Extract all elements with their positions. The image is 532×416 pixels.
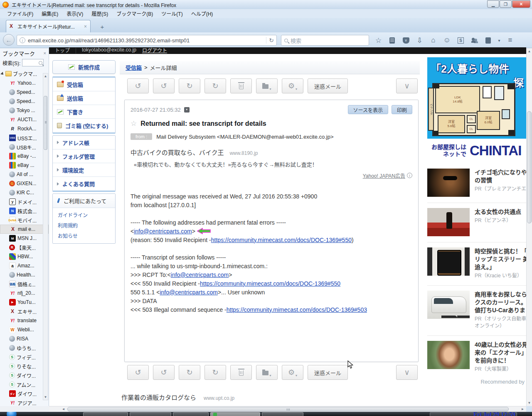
bookmark-item[interactable]: Health...	[0, 270, 49, 279]
delete-button[interactable]	[230, 78, 252, 93]
bookmark-item[interactable]: HBW...	[0, 252, 49, 261]
logout-link[interactable]: ログアウト	[142, 47, 167, 54]
scroll-right-icon[interactable]: ►	[520, 406, 525, 412]
restore-button[interactable]: ❐	[500, 0, 512, 8]
mail-nav-link[interactable]: アドレス帳	[53, 136, 115, 149]
forward-button[interactable]: ↻	[179, 78, 200, 93]
bookmark-item[interactable]: Tokyo ...	[0, 106, 49, 115]
compose-button[interactable]: 新規作成	[52, 60, 116, 74]
sidebar-scrollbar[interactable]: ▲ ▼	[43, 73, 48, 400]
windows-taskbar[interactable]: Fri Jul 29 12:59	[0, 412, 532, 416]
print-button[interactable]: 印刷	[392, 105, 412, 114]
menubar-item[interactable]: ヘルプ(H)	[187, 9, 217, 18]
bookmark-item[interactable]: N株式会...	[0, 206, 49, 215]
scrollbar-thumb[interactable]	[67, 407, 509, 411]
move-to-folder-button[interactable]: ▾	[256, 365, 278, 380]
bookmark-item[interactable]: Xエキサ...	[0, 307, 49, 316]
reading-list-icon[interactable]	[385, 34, 399, 46]
new-tab-button[interactable]: +	[96, 22, 108, 32]
move-to-folder-button[interactable]: ▾	[256, 78, 278, 93]
mail-nav-link[interactable]: フォルダ管理	[53, 149, 115, 163]
sponsored-item[interactable]: 太る女性の共通点PR（ビアンネ）	[427, 203, 526, 236]
bookmark-item[interactable]: WWebli...	[0, 325, 49, 334]
top-link[interactable]: トップ	[55, 47, 70, 54]
bookmark-item[interactable]: MMSN J...	[0, 234, 49, 243]
sidebar-close-icon[interactable]: ×	[44, 51, 46, 56]
reply-button[interactable]: ↺	[127, 78, 149, 93]
usage-link[interactable]: お知らせ	[58, 232, 115, 239]
bookmark-item[interactable]: Y!translate	[0, 316, 49, 325]
bookmark-item[interactable]: All of ...	[0, 170, 49, 179]
accounts-icon[interactable]	[468, 34, 481, 46]
menubar-item[interactable]: 編集(E)	[38, 9, 62, 18]
bookmark-item[interactable]: Speed...	[0, 88, 49, 97]
bookmark-item[interactable]: Y!AUCTI...	[0, 115, 49, 124]
message-body-link[interactable]: https://community.mimecast.com/docs/DOC-…	[211, 237, 352, 243]
overflow-caret-icon[interactable]: ▾	[495, 34, 503, 46]
taskbar-button[interactable]	[173, 412, 209, 416]
vertical-scrollbar[interactable]: ▲ ▼	[526, 48, 532, 406]
scrollbar-thumb[interactable]	[527, 111, 532, 223]
home-icon[interactable]: ⌂	[426, 34, 440, 46]
folder-trash[interactable]: ゴミ箱 (空にする)	[53, 119, 115, 132]
bookmark-item[interactable]: 価格価格.c...	[0, 279, 49, 289]
screenshot-icon[interactable]: S	[454, 34, 468, 46]
bookmark-item[interactable]: yドメイ...	[0, 197, 49, 206]
site-info-icon[interactable]: i	[20, 37, 25, 43]
bottom-text-ad[interactable]: 作業着の通販カタログなら www.upt.co.jp	[121, 393, 234, 401]
bookmark-item[interactable]: ゆうち...	[0, 343, 49, 352]
bookmark-item[interactable]: Sフィデ...	[0, 352, 49, 362]
taskbar-button[interactable]	[262, 412, 303, 416]
ad-info-icon[interactable]: i	[407, 173, 412, 178]
bookmark-item[interactable]: Sアムン...	[0, 380, 49, 389]
scroll-down-icon[interactable]: ▼	[527, 400, 532, 406]
hello-icon[interactable]: ☺	[440, 34, 454, 46]
settings-button[interactable]: ⚙▾	[282, 78, 303, 93]
bookmark-item[interactable]: Y!Yahoo...	[0, 78, 49, 88]
more-button[interactable]: ∨	[396, 78, 418, 93]
message-body-link[interactable]: https://community.mimecast.com/docs/DOC-…	[200, 280, 340, 287]
bookmarks-root-folder[interactable]: ブックマ...	[0, 69, 49, 78]
scrollbar-thumb[interactable]	[44, 96, 47, 150]
bookmark-item[interactable]: eBay -...	[0, 152, 49, 161]
close-button[interactable]: ×	[512, 0, 530, 8]
scroll-up-icon[interactable]: ▲	[527, 49, 532, 54]
scroll-down-icon[interactable]: ▼	[43, 394, 48, 400]
taskbar-button[interactable]	[210, 412, 260, 416]
chintai-banner-ad[interactable]: 「2人暮らし物件 探 ベランダ LDK14.8帖 洋室5.6帖 洋室6.0帖 C…	[427, 57, 526, 163]
bookmark-item[interactable]: RISA	[0, 334, 49, 343]
bookmark-item[interactable]: GGIXEN...	[0, 179, 49, 188]
message-body-link[interactable]: https://community.mimecast.com/docs/DOC-…	[227, 306, 367, 313]
taskbar-button[interactable]	[130, 412, 171, 416]
reload-icon[interactable]: ↻	[266, 37, 274, 44]
bookmark-item[interactable]: Sりそな...	[0, 362, 49, 371]
reply-all-button[interactable]: ↺	[153, 365, 175, 380]
bookmark-item[interactable]: Xmail e...	[0, 225, 49, 234]
menubar-item[interactable]: ファイル(F)	[3, 9, 37, 18]
usage-link[interactable]: 利用規約	[58, 222, 115, 229]
sponsored-item[interactable]: 時空探偵と挑む！「クリップミステリー 美追え。」PR（Kracie いち髪）	[427, 242, 526, 279]
sponsored-item[interactable]: 40歳以上の女性必見来の「エクオール」を前向きに！PR（大塚製薬）	[427, 335, 526, 373]
pocket-icon[interactable]: ∨	[399, 34, 413, 46]
url-bar[interactable]: i email.excite.co.jp/mail/read/146962113…	[17, 35, 277, 46]
folder-sent[interactable]: 送信箱	[53, 91, 115, 105]
bookmark-item[interactable]: aAmaz...	[0, 261, 49, 270]
menu-icon[interactable]: ≡	[503, 34, 517, 46]
bookmark-item[interactable]: eBay ...	[0, 161, 49, 170]
taskbar-button[interactable]	[83, 412, 128, 416]
bookmarks-search-input[interactable]	[22, 59, 44, 66]
bookmark-item[interactable]: Sダイワ...	[0, 371, 49, 380]
tab-close-icon[interactable]: ×	[84, 24, 87, 29]
mail-nav-link[interactable]: 環境設定	[53, 163, 115, 177]
redirect-button[interactable]: ↻	[204, 78, 226, 93]
inline-ad-title[interactable]: 中古バイクの買取なら、バイク王	[131, 148, 224, 157]
bookmark-item[interactable]: USSUSSエ...	[0, 133, 49, 142]
recommended-by-label[interactable]: Recommended by	[427, 379, 526, 385]
bookmark-item[interactable]: USBキ...	[0, 142, 49, 152]
start-orb[interactable]	[7, 412, 17, 416]
clipboard-icon[interactable]	[481, 34, 495, 46]
bookmark-item[interactable]: KIR C...	[0, 188, 49, 197]
tab-active[interactable]: X エキサイトメール|Retur... ×	[6, 20, 91, 32]
bookmark-item[interactable]: Y!nfj_20...	[0, 289, 49, 298]
inline-ad[interactable]: 中古バイクの買取なら、バイク王 www.8190.jp «車検切れでも、動かなく…	[131, 147, 412, 180]
